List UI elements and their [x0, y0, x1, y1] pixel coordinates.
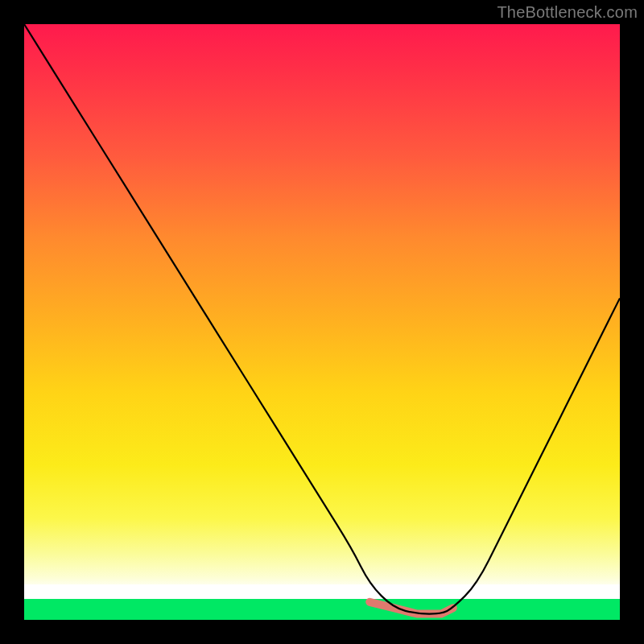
- curve-svg: [24, 24, 620, 620]
- bottleneck-curve: [24, 24, 620, 614]
- plot-area: [24, 24, 620, 620]
- chart-frame: TheBottleneck.com: [0, 0, 644, 644]
- watermark-text: TheBottleneck.com: [497, 3, 638, 22]
